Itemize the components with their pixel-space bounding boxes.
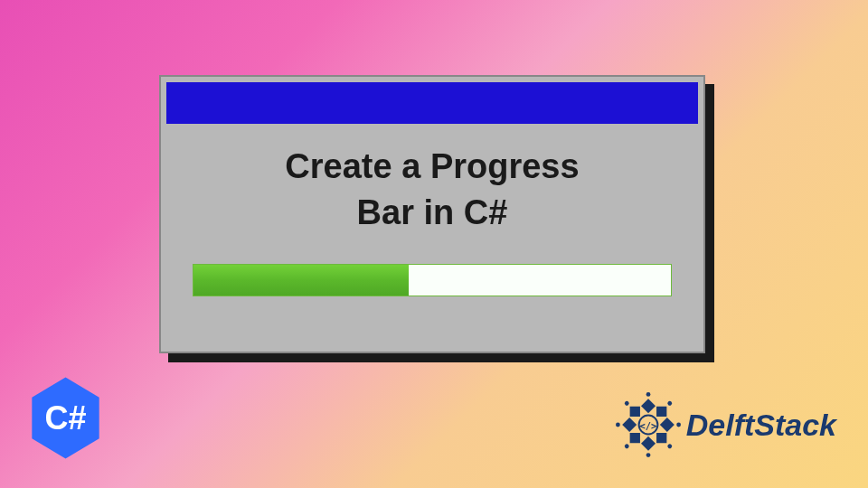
title-line-1: Create a Progress [285,147,579,185]
delftstack-label: DelftStack [686,408,836,443]
svg-text:</>: </> [639,420,656,431]
delftstack-logo: </> DelftStack [612,389,836,461]
progress-bar [193,264,672,296]
mandala-icon: </> [612,389,684,461]
svg-point-5 [666,443,673,449]
svg-point-9 [624,400,630,407]
dialog-content: Create a Progress Bar in C# [161,124,703,352]
csharp-label: C# [44,399,86,437]
progress-fill [193,265,409,296]
svg-point-8 [616,423,620,427]
svg-point-7 [624,443,630,449]
svg-point-4 [676,423,681,427]
svg-point-6 [646,453,650,457]
svg-point-2 [646,392,650,397]
window-title-bar[interactable] [166,82,698,124]
dialog-title: Create a Progress Bar in C# [285,144,579,237]
title-line-2: Bar in C# [357,193,508,231]
csharp-badge: C# [27,375,104,461]
svg-point-3 [666,400,673,407]
dialog-window: Create a Progress Bar in C# [159,75,705,353]
